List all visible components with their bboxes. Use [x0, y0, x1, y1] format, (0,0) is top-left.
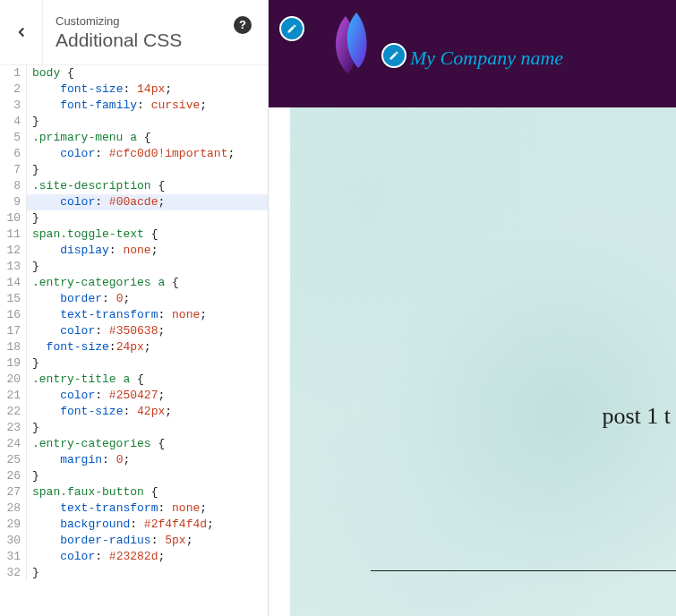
code-line[interactable]: 28 text-transform: none;	[0, 500, 268, 517]
code-line[interactable]: 31 color: #23282d;	[0, 549, 268, 565]
code-line[interactable]: 18 font-size:24px;	[0, 339, 268, 355]
site-header: My Company name	[269, 0, 676, 107]
code-content: }	[27, 210, 39, 227]
logo-icon	[324, 11, 378, 81]
line-number: 15	[0, 291, 27, 307]
code-line[interactable]: 3 font-family: cursive;	[0, 98, 268, 114]
code-content: display: none;	[27, 243, 158, 259]
line-number: 8	[0, 178, 27, 194]
code-content: span.faux-button {	[27, 484, 158, 500]
line-number: 25	[0, 452, 27, 468]
code-line[interactable]: 4}	[0, 114, 268, 130]
line-number: 7	[0, 162, 27, 178]
code-content: border-radius: 5px;	[27, 533, 193, 549]
code-line[interactable]: 32}	[0, 565, 268, 581]
code-line[interactable]: 17 color: #350638;	[0, 323, 268, 339]
line-number: 28	[0, 500, 27, 517]
code-line[interactable]: 1body {	[0, 65, 268, 81]
code-content: text-transform: none;	[27, 307, 207, 323]
code-content: .entry-categories a {	[27, 275, 179, 291]
code-line[interactable]: 21 color: #250427;	[0, 388, 268, 404]
code-line[interactable]: 19}	[0, 355, 268, 372]
line-number: 18	[0, 339, 27, 355]
code-content: .entry-categories {	[27, 436, 165, 452]
back-button[interactable]	[0, 0, 43, 64]
line-number: 6	[0, 146, 27, 162]
code-content: }	[27, 259, 39, 275]
code-line[interactable]: 10}	[0, 210, 268, 227]
line-number: 14	[0, 275, 27, 291]
code-line[interactable]: 15 border: 0;	[0, 291, 268, 307]
code-line[interactable]: 26}	[0, 468, 268, 484]
code-content: }	[27, 355, 39, 372]
code-line[interactable]: 30 border-radius: 5px;	[0, 533, 268, 549]
site-body: post 1 t	[269, 107, 676, 616]
code-line[interactable]: 6 color: #cfc0d0!important;	[0, 146, 268, 162]
edit-shortcut-button[interactable]	[279, 16, 304, 41]
line-number: 19	[0, 355, 27, 372]
code-line[interactable]: 14.entry-categories a {	[0, 275, 268, 291]
line-number: 31	[0, 549, 27, 565]
line-number: 4	[0, 114, 27, 130]
line-number: 5	[0, 130, 27, 146]
line-number: 22	[0, 404, 27, 420]
code-content: font-size: 42px;	[27, 404, 172, 420]
code-content: }	[27, 565, 39, 581]
panel-titles: Customizing Additional CSS ?	[43, 2, 268, 64]
line-number: 11	[0, 227, 27, 243]
code-content: color: #cfc0d0!important;	[27, 146, 235, 162]
code-content: .site-description {	[27, 178, 165, 194]
code-content: margin: 0;	[27, 452, 130, 468]
code-content: }	[27, 162, 39, 178]
customizer-panel: Customizing Additional CSS ? 1body {2 fo…	[0, 0, 269, 616]
line-number: 21	[0, 388, 27, 404]
code-line[interactable]: 27span.faux-button {	[0, 484, 268, 500]
code-line[interactable]: 7}	[0, 162, 268, 178]
code-line[interactable]: 8.site-description {	[0, 178, 268, 194]
post-title[interactable]: post 1 t	[602, 403, 671, 430]
code-content: color: #350638;	[27, 323, 165, 339]
code-line[interactable]: 22 font-size: 42px;	[0, 404, 268, 420]
code-line[interactable]: 16 text-transform: none;	[0, 307, 268, 323]
code-line[interactable]: 29 background: #2f4f4f4d;	[0, 517, 268, 533]
css-editor[interactable]: 1body {2 font-size: 14px;3 font-family: …	[0, 65, 268, 616]
help-button[interactable]: ?	[234, 16, 252, 34]
line-number: 26	[0, 468, 27, 484]
code-content: }	[27, 468, 39, 484]
line-number: 24	[0, 436, 27, 452]
site-title-link[interactable]: My Company name	[410, 47, 563, 70]
code-content: font-family: cursive;	[27, 98, 207, 114]
code-line[interactable]: 23}	[0, 420, 268, 436]
code-content: }	[27, 114, 39, 130]
panel-header: Customizing Additional CSS ?	[0, 0, 268, 65]
code-line[interactable]: 24.entry-categories {	[0, 436, 268, 452]
separator-line	[371, 570, 676, 571]
pencil-icon	[287, 23, 297, 34]
code-content: font-size:24px;	[27, 339, 151, 355]
edit-shortcut-button[interactable]	[381, 43, 406, 68]
site-logo[interactable]	[324, 11, 378, 81]
page-title: Additional CSS	[56, 30, 253, 51]
code-content: text-transform: none;	[27, 500, 207, 517]
code-content: span.toggle-text {	[27, 227, 158, 243]
code-line[interactable]: 13}	[0, 259, 268, 275]
line-number: 10	[0, 210, 27, 227]
line-number: 30	[0, 533, 27, 549]
line-number: 23	[0, 420, 27, 436]
code-content: body {	[27, 65, 74, 81]
code-content: .primary-menu a {	[27, 130, 151, 146]
code-line[interactable]: 20.entry-title a {	[0, 372, 268, 388]
line-number: 20	[0, 372, 27, 388]
code-line[interactable]: 11span.toggle-text {	[0, 227, 268, 243]
code-line[interactable]: 12 display: none;	[0, 243, 268, 259]
code-content: border: 0;	[27, 291, 130, 307]
code-line[interactable]: 2 font-size: 14px;	[0, 81, 268, 98]
code-line[interactable]: 9 color: #00acde;	[0, 194, 268, 210]
line-number: 13	[0, 259, 27, 275]
line-number: 27	[0, 484, 27, 500]
code-line[interactable]: 25 margin: 0;	[0, 452, 268, 468]
code-line[interactable]: 5.primary-menu a {	[0, 130, 268, 146]
line-number: 1	[0, 65, 27, 81]
code-content: font-size: 14px;	[27, 81, 172, 98]
code-content: color: #250427;	[27, 388, 165, 404]
